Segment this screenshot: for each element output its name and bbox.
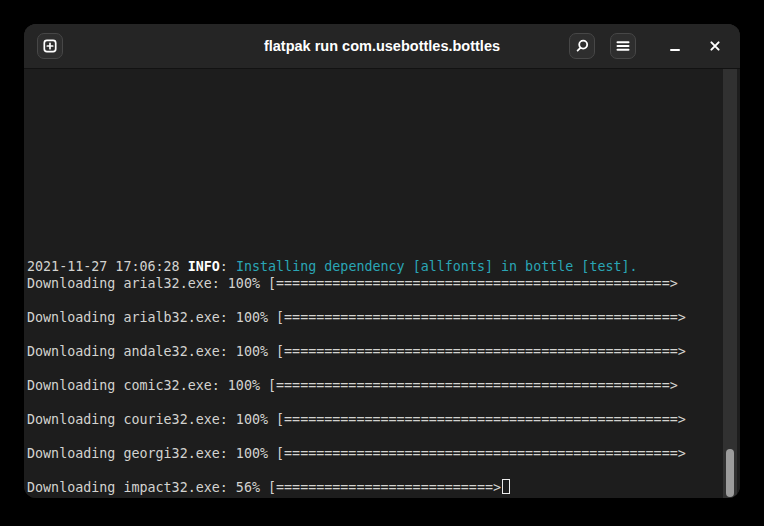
download-progress-line: Downloading arial32.exe: 100% [=========… (27, 276, 678, 291)
terminal-window: flatpak run com.usebottles.bottles (24, 24, 740, 498)
scrollbar-thumb[interactable] (726, 449, 734, 497)
log-colon: : (220, 259, 236, 274)
close-button[interactable] (702, 33, 728, 59)
search-icon (574, 38, 590, 54)
search-button[interactable] (569, 33, 595, 59)
close-icon (707, 38, 723, 54)
minimize-icon (670, 49, 680, 51)
terminal-output: 2021-11-27 17:06:28 INFO: Installing dep… (27, 258, 686, 496)
download-progress-line: Downloading georgi32.exe: 100% [========… (27, 446, 686, 461)
download-progress-line: Downloading arialb32.exe: 100% [========… (27, 310, 686, 325)
hamburger-menu-icon (615, 38, 631, 54)
download-progress-line: Downloading andale32.exe: 100% [========… (27, 344, 686, 359)
desktop-background: flatpak run com.usebottles.bottles (0, 0, 764, 526)
terminal-cursor (502, 479, 510, 494)
download-progress-line: Downloading impact32.exe: 56% [=========… (27, 480, 501, 495)
log-level: INFO (188, 259, 220, 274)
download-progress-line: Downloading comic32.exe: 100% [=========… (27, 378, 678, 393)
scrollbar-track[interactable] (723, 69, 737, 498)
titlebar[interactable]: flatpak run com.usebottles.bottles (24, 24, 740, 69)
log-message: Installing dependency [allfonts] in bott… (236, 259, 638, 274)
log-timestamp: 2021-11-27 17:06:28 (27, 259, 188, 274)
main-menu-button[interactable] (610, 33, 636, 59)
minimize-button[interactable] (662, 33, 688, 59)
download-progress-line: Downloading courie32.exe: 100% [========… (27, 412, 686, 427)
new-tab-button[interactable] (37, 33, 63, 59)
terminal-content[interactable]: 2021-11-27 17:06:28 INFO: Installing dep… (24, 69, 740, 498)
new-tab-icon (42, 38, 58, 54)
